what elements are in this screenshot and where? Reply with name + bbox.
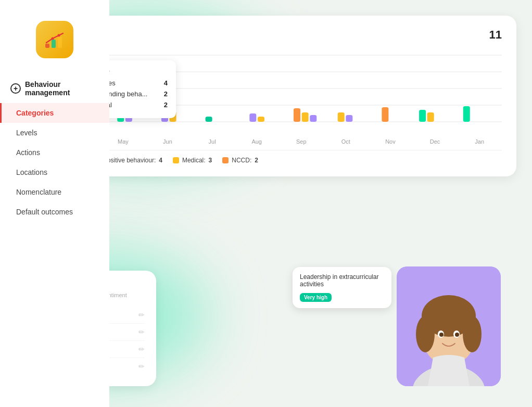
- edit-notable-button[interactable]: ✏: [138, 311, 145, 319]
- chart-header: Total incidents 11: [41, 28, 502, 42]
- x-label-jun: Jun: [145, 138, 190, 145]
- achievement-badge: Leadership in extracurricular activities…: [293, 267, 391, 308]
- svg-point-39: [416, 316, 435, 352]
- legend-dot-medical: [173, 157, 179, 163]
- x-label-aug: Aug: [234, 138, 279, 145]
- svg-rect-29: [346, 115, 352, 122]
- svg-rect-32: [427, 112, 434, 122]
- edit-commendable-button[interactable]: ✏: [138, 345, 145, 353]
- chart-legend: Offences: 4 Positive behaviour: 4 Medica…: [41, 150, 502, 164]
- sidebar-section[interactable]: + Behaviour management: [0, 74, 109, 103]
- x-label-sep: Sep: [279, 138, 324, 145]
- svg-rect-0: [45, 44, 49, 48]
- svg-rect-30: [382, 107, 388, 122]
- app-container: + Behaviour management Categories Levels…: [0, 0, 532, 407]
- x-label-dec: Dec: [413, 138, 458, 145]
- svg-point-40: [463, 316, 482, 352]
- svg-rect-24: [258, 117, 264, 122]
- sidebar-item-actions[interactable]: Actions: [0, 143, 109, 162]
- expand-icon[interactable]: +: [10, 83, 21, 94]
- svg-rect-31: [419, 110, 426, 122]
- sidebar-item-locations[interactable]: Locations: [0, 162, 109, 182]
- chart-total: 11: [489, 28, 502, 42]
- legend-medical: Medical: 3: [173, 157, 212, 164]
- svg-point-4: [58, 34, 60, 37]
- badge-tag: Very high: [300, 293, 332, 302]
- svg-rect-22: [206, 117, 212, 122]
- sidebar-item-nomenclature[interactable]: Nomenclature: [0, 182, 109, 202]
- sidebar: + Behaviour management Categories Levels…: [0, 0, 109, 407]
- sidebar-item-categories[interactable]: Categories: [0, 103, 109, 123]
- svg-rect-27: [310, 115, 316, 122]
- legend-dot-nccd: [222, 157, 229, 163]
- svg-point-3: [52, 37, 54, 40]
- svg-rect-2: [58, 36, 62, 48]
- svg-rect-1: [52, 40, 56, 48]
- svg-rect-33: [463, 106, 470, 122]
- badge-text: Leadership in extracurricular activities: [300, 273, 384, 288]
- edit-exceptional-button[interactable]: ✏: [138, 362, 145, 371]
- svg-rect-25: [294, 108, 300, 122]
- legend-nccd: NCCD: 2: [222, 157, 258, 164]
- sidebar-section-label: Behaviour management: [25, 80, 99, 97]
- app-icon: [36, 21, 73, 58]
- sidebar-item-default-outcomes[interactable]: Default outcomes: [0, 202, 109, 222]
- student-card: [397, 266, 501, 386]
- x-label-nov: Nov: [368, 138, 413, 145]
- sidebar-item-levels[interactable]: Levels: [0, 123, 109, 143]
- bar-chart: 8 6 4 2 0: [41, 50, 502, 144]
- svg-rect-26: [302, 112, 309, 122]
- x-label-jan: Jan: [457, 138, 502, 145]
- svg-rect-23: [249, 113, 256, 122]
- x-label-jul: Jul: [190, 138, 235, 145]
- x-label-oct: Oct: [324, 138, 369, 145]
- svg-point-44: [455, 333, 459, 337]
- svg-rect-28: [338, 112, 345, 122]
- edit-positive-button[interactable]: ✏: [138, 328, 145, 336]
- svg-point-43: [439, 333, 444, 337]
